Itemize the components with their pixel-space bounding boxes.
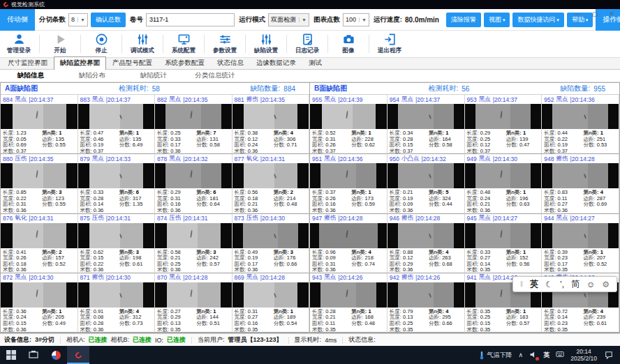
defect-cell[interactable]: 947擦伤20:14:28长度: 0.96宽度: 0.09面积: 0.31米数:… <box>310 214 388 273</box>
defect-cell[interactable]: 955黑点20:14:39长度: 0.52宽度: 0.31面积: 0.26米数:… <box>310 95 388 154</box>
confirm-total-button[interactable]: 确认总数 <box>91 13 126 27</box>
defect-cell[interactable]: 878黑点20:14:32长度: 0.29宽度: 0.31面积: 0.16米数:… <box>155 154 232 213</box>
params-button[interactable]: 参数设置 <box>207 31 242 57</box>
drive-side-button[interactable]: 传动侧 <box>0 9 35 31</box>
ime-drag-handle[interactable]: ‖ <box>520 280 523 288</box>
tab-5[interactable]: 边缘数据记录 <box>250 56 302 69</box>
gear-icon[interactable]: ⚙ <box>602 280 610 289</box>
weather-widget[interactable]: 气温下降 <box>479 351 512 360</box>
data-quick-access-menu-button[interactable]: 数据快捷访问 <box>512 13 563 27</box>
defect-meter-label: 米数: <box>390 207 401 213</box>
slit-count-select[interactable]: 8 ▼ <box>68 13 88 26</box>
debug-button[interactable]: 调试模式 <box>125 31 160 57</box>
speaker-icon[interactable] <box>529 351 537 360</box>
defect-meter-value: 0.36 <box>325 266 336 272</box>
defect-cell[interactable]: 946擦伤20:14:28长度: 0.88宽度: 0.12面积: 0.29米数:… <box>388 214 465 273</box>
ime-punctuation-toggle[interactable]: ’, <box>560 280 564 289</box>
defect-type: 黑点 <box>479 96 491 104</box>
defect-cell[interactable]: 953黑点20:14:37长度: 0.29宽度: 0.25面积: 0.12米数:… <box>465 95 542 154</box>
close-button[interactable]: ✕ <box>609 10 614 17</box>
defect-cell[interactable]: 943黑点20:14:26长度: 0.28宽度: 0.21面积: 0.11米数:… <box>310 273 388 333</box>
defect-info-left: 长度: 0.58宽度: 0.21面积: 0.25米数: 0.36 <box>157 250 181 273</box>
defect-cell[interactable]: 871擦伤20:14:30长度: 0.91宽度: 0.08面积: 0.28米数:… <box>78 273 156 333</box>
ime-simplified-toggle[interactable]: 简 <box>571 278 580 290</box>
tab-1[interactable]: 缺陷监控界面 <box>54 56 106 70</box>
smiley-icon[interactable]: ☺ <box>586 280 595 289</box>
defect-info-right: 第n类: 2边距: 157分数: 0.52 <box>42 250 66 268</box>
exit-button[interactable]: 退出程序 <box>372 31 407 57</box>
divider <box>191 337 192 344</box>
task-view-button[interactable] <box>22 346 45 364</box>
input-language-indicator[interactable]: 英 <box>543 351 549 360</box>
defect-cell[interactable]: 876氧化20:14:31长度: 0.41宽度: 0.26面积: 0.18米数:… <box>1 214 78 273</box>
ime-language-toggle[interactable]: 英 <box>530 278 538 290</box>
taskbar-clock[interactable]: 20:14 2025/2/10 <box>570 348 597 362</box>
defect-cell[interactable]: 880压伤20:14:35长度: 0.85宽度: 0.22面积: 0.31米数:… <box>1 154 78 213</box>
defect-score: 分数: 0.68 <box>429 261 452 268</box>
defect-info-left: 长度: 0.91宽度: 0.08面积: 0.28米数: 0.36 <box>80 309 104 332</box>
defect-meter: 米数: 0.36 <box>80 267 104 272</box>
defect-cell[interactable]: 881擦伤20:14:35长度: 0.38宽度: 0.12面积: 0.24米数:… <box>232 95 310 154</box>
defect-cell[interactable]: 875压伤20:14:31长度: 0.62宽度: 0.15面积: 0.22米数:… <box>78 214 156 273</box>
clear-alarm-button[interactable]: 清除报警 <box>446 13 481 27</box>
tab-2[interactable]: 产品型号配置 <box>106 56 158 69</box>
defect-cell[interactable]: 874压伤20:14:31长度: 0.58宽度: 0.21面积: 0.25米数:… <box>155 214 232 273</box>
image-button[interactable]: 图像 <box>331 31 366 57</box>
defect-cell[interactable]: 873压伤20:14:30长度: 0.49宽度: 0.19面积: 0.17米数:… <box>232 214 310 273</box>
subtab-3[interactable]: 分类信息统计 <box>184 71 246 80</box>
browser-app-icon[interactable] <box>45 346 67 364</box>
run-mode-select[interactable]: 双面检测 ▼ <box>268 13 309 26</box>
keyboard-icon[interactable] <box>556 350 564 360</box>
action-center-icon[interactable] <box>603 351 614 359</box>
minimize-button[interactable]: — <box>575 10 581 17</box>
defect-cell[interactable]: 949黑点20:14:30长度: 0.48宽度: 0.24面积: 0.21米数:… <box>465 154 542 213</box>
tab-4[interactable]: 状态信息 <box>211 56 250 69</box>
defect-score-value: 0.48 <box>364 320 375 326</box>
tab-6[interactable]: 测试 <box>302 56 328 69</box>
start-button[interactable] <box>0 346 22 364</box>
defect-cell[interactable]: 870黑点20:14:28长度: 0.27宽度: 0.29面积: 0.13米数:… <box>155 273 232 333</box>
defect-cell[interactable]: 879黑点20:14:33长度: 0.33宽度: 0.28面积: 0.14米数:… <box>78 154 156 213</box>
inspection-app-icon[interactable] <box>67 346 89 364</box>
defect-count-label: 缺陷数量: <box>561 84 591 93</box>
defect-cell[interactable]: 882黑点20:14:35长度: 0.25宽度: 0.33面积: 0.17米数:… <box>155 95 232 154</box>
defect-cell[interactable]: 869黑点20:14:28长度: 0.31宽度: 0.27面积: 0.16米数:… <box>232 273 310 333</box>
defect-cell[interactable]: 944黑点20:14:27长度: 0.39宽度: 0.23面积: 0.17米数:… <box>542 214 619 273</box>
defect-cell[interactable]: 877氧化20:14:31长度: 0.56宽度: 0.18面积: 0.21米数:… <box>232 154 310 213</box>
moon-icon[interactable]: ☾ <box>545 280 553 289</box>
defect-score: 分数: 0.57 <box>506 321 530 327</box>
login-button[interactable]: 管理登录 <box>1 31 36 57</box>
system-button[interactable]: 系统配置 <box>166 31 201 57</box>
defect-cell[interactable]: 945黑点20:14:27长度: 0.33宽度: 0.27面积: 0.14米数:… <box>465 214 542 273</box>
defect-score: 分数: 0.58 <box>196 142 220 149</box>
log-button[interactable]: 日志记录 <box>290 31 325 57</box>
chart-points-select[interactable]: 100 ▼ <box>343 13 369 26</box>
maximize-button[interactable]: ▢ <box>592 10 598 17</box>
defect-cell[interactable]: 948擦伤20:14:28长度: 0.83宽度: 0.11面积: 0.27米数:… <box>542 154 619 213</box>
tray-expand-chevron[interactable]: ∧ <box>519 351 524 358</box>
stop-button[interactable]: 停止 <box>84 31 119 57</box>
subtab-1[interactable]: 缺陷分布 <box>61 71 123 80</box>
roll-number-input[interactable] <box>146 13 235 26</box>
defect-cell[interactable]: 951黑点20:14:36长度: 0.37宽度: 0.26面积: 0.16米数:… <box>310 154 388 213</box>
subtab-2[interactable]: 缺陷统计 <box>123 71 184 80</box>
tab-3[interactable]: 系统参数配置 <box>158 56 211 69</box>
params-icon <box>219 33 232 46</box>
view-menu-button[interactable]: 视图 <box>484 13 510 27</box>
defect-info-left: 长度: 0.88宽度: 0.12面积: 0.29米数: 0.36 <box>390 250 413 273</box>
defect-cell[interactable]: 872黑点20:14:30长度: 0.36宽度: 0.24面积: 0.15米数:… <box>1 273 78 333</box>
panel-header: A面缺陷图检测耗时:58缺陷数量:884 <box>1 83 309 95</box>
defect-cell[interactable]: 883黑点20:14:37长度: 0.47宽度: 0.46面积: 0.19米数:… <box>78 95 156 154</box>
defect-cell[interactable]: 952黑点20:14:36长度: 0.44宽度: 0.22面积: 0.19米数:… <box>542 95 619 154</box>
defect-id: 955 <box>312 96 322 103</box>
defect-score: 分数: 0.47 <box>506 142 530 149</box>
defect-cell[interactable]: 954黑点20:14:37长度: 0.34宽度: 0.28面积: 0.15米数:… <box>388 95 465 154</box>
defect-cell[interactable]: 884黑点20:14:37长度: 1.23宽度: 0.05面积: 0.69米数:… <box>1 95 78 154</box>
defect-button[interactable]: 缺陷设置 <box>249 31 283 57</box>
start-button[interactable]: 开始 <box>43 31 78 57</box>
tab-0[interactable]: 尺寸监控界面 <box>1 56 54 69</box>
defect-cell[interactable]: 950小凸点20:14:32长度: 0.21宽度: 0.19面积: 0.09米数… <box>388 154 465 213</box>
defect-score: 分数: 0.57 <box>196 261 220 268</box>
defect-cell[interactable]: 942擦伤20:14:26长度: 0.79宽度: 0.13面积: 0.25米数:… <box>388 273 465 333</box>
subtab-0[interactable]: 缺陷信息 <box>0 71 61 80</box>
